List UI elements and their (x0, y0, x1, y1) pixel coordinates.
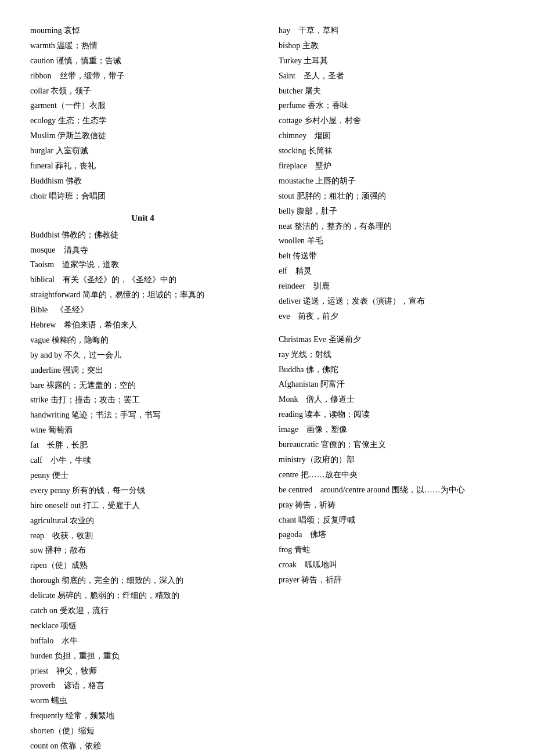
list-item: butcher 屠夫 (279, 84, 504, 99)
list-item: penny 便士 (30, 468, 255, 483)
list-item: handwriting 笔迹；书法；手写，书写 (30, 408, 255, 423)
list-item: stocking 长筒袜 (279, 143, 504, 159)
list-item: woollen 羊毛 (279, 233, 504, 249)
list-item: be centred around/centre around 围绕，以……为中… (279, 483, 504, 498)
list-item: Saint 圣人，圣者 (279, 69, 504, 84)
list-item: strike 击打；撞击；攻击；罢工 (30, 393, 255, 408)
list-item: Buddha 佛，佛陀 (279, 362, 504, 377)
list-item: bureaucratic 官僚的；官僚主义 (279, 437, 504, 452)
list-item: elf 精灵 (279, 264, 504, 279)
right-column: hay 干草，草料bishop 主教Turkey 土耳其Saint 圣人，圣者b… (267, 23, 504, 754)
list-item: reap 收获，收割 (30, 528, 255, 543)
left-top-vocab: mourning 哀悼warmth 温暖；热情caution 谨慎，慎重；告诫r… (30, 23, 255, 204)
list-item: belly 腹部，肚子 (279, 204, 504, 219)
list-item: calf 小牛，牛犊 (30, 453, 255, 468)
list-item: centre 把……放在中央 (279, 467, 504, 483)
list-item: Buddhism 佛教 (30, 174, 255, 189)
list-item: wine 葡萄酒 (30, 423, 255, 438)
list-item: garment（一件）衣服 (30, 98, 255, 113)
list-item: underline 强调；突出 (30, 363, 255, 378)
list-item: belt 传送带 (279, 249, 504, 264)
list-item: Bible 《圣经》 (30, 303, 255, 318)
list-item: every penny 所有的钱，每一分钱 (30, 483, 255, 498)
list-item: catch on 受欢迎，流行 (30, 603, 255, 618)
list-item: count on 依靠，依赖 (30, 739, 255, 754)
list-item: chant 唱颂；反复呼喊 (279, 513, 504, 528)
list-item: eve 前夜，前夕 (279, 309, 504, 324)
list-item: fireplace 壁炉 (279, 159, 504, 174)
list-item: Turkey 土耳其 (279, 53, 504, 69)
list-item: bishop 主教 (279, 38, 504, 53)
list-item: funeral 葬礼，丧礼 (30, 159, 255, 174)
list-item: mosque 清真寺 (30, 243, 255, 258)
list-item: vague 模糊的，隐晦的 (30, 333, 255, 348)
list-item: warmth 温暖；热情 (30, 38, 255, 53)
list-item: Afghanistan 阿富汗 (279, 377, 504, 392)
list-item: worm 蠕虫 (30, 693, 255, 708)
list-item: bare 裸露的；无遮盖的；空的 (30, 378, 255, 393)
list-item: ripen（使）成熟 (30, 558, 255, 573)
list-item: hay 干草，草料 (279, 23, 504, 38)
left-unit4-vocab: Buddhist 佛教的；佛教徒mosque 清真寺Taoism 道家学说，道教… (30, 228, 255, 754)
list-item: Hebrew 希伯来语，希伯来人 (30, 318, 255, 333)
list-item: Christmas Eve 圣诞前夕 (279, 332, 504, 347)
list-item: prayer 祷告，祈辞 (279, 573, 504, 588)
left-column: mourning 哀悼warmth 温暖；热情caution 谨慎，慎重；告诫r… (30, 23, 267, 754)
list-item: Monk 僧人，修道士 (279, 392, 504, 407)
list-item: delicate 易碎的，脆弱的；纤细的，精致的 (30, 588, 255, 603)
list-item: agricultural 农业的 (30, 513, 255, 528)
list-item: priest 神父，牧师 (30, 664, 255, 679)
list-item: moustache 上唇的胡子 (279, 174, 504, 189)
list-item: burden 负担，重担，重负 (30, 649, 255, 664)
list-item: caution 谨慎，慎重；告诫 (30, 53, 255, 69)
list-item: sow 播种；散布 (30, 543, 255, 558)
list-item: mourning 哀悼 (30, 23, 255, 38)
list-item: fat 长胖，长肥 (30, 438, 255, 453)
right-unit4-vocab: Christmas Eve 圣诞前夕ray 光线；射线Buddha 佛，佛陀Af… (279, 332, 504, 588)
list-item: hire oneself out 打工，受雇于人 (30, 498, 255, 513)
list-item: frog 青蛙 (279, 542, 504, 557)
list-item: ribbon 丝带，缎带，带子 (30, 69, 255, 84)
list-item: reindeer 驯鹿 (279, 279, 504, 294)
list-item: perfume 香水；香味 (279, 98, 504, 113)
unit4-header: Unit 4 (30, 213, 255, 223)
list-item: reading 读本，读物；阅读 (279, 407, 504, 422)
list-item: ecology 生态；生态学 (30, 113, 255, 128)
list-item: pagoda 佛塔 (279, 527, 504, 542)
list-item: Buddhist 佛教的；佛教徒 (30, 228, 255, 243)
list-item: neat 整洁的，整齐的，有条理的 (279, 219, 504, 234)
list-item: thorough 彻底的，完全的；细致的，深入的 (30, 573, 255, 588)
list-item: deliver 递送，运送；发表（演讲），宣布 (279, 294, 504, 309)
list-item: stout 肥胖的；粗壮的；顽强的 (279, 189, 504, 204)
list-item: shorten（使）缩短 (30, 723, 255, 739)
list-item: ray 光线；射线 (279, 347, 504, 362)
list-item: buffalo 水牛 (30, 633, 255, 649)
right-top-vocab: hay 干草，草料bishop 主教Turkey 土耳其Saint 圣人，圣者b… (279, 23, 504, 324)
list-item: burglar 入室窃贼 (30, 143, 255, 159)
list-item: Taoism 道家学说，道教 (30, 257, 255, 272)
list-item: pray 祷告，祈祷 (279, 498, 504, 513)
list-item: straightforward 简单的，易懂的；坦诚的；率真的 (30, 287, 255, 303)
list-item: proverb 谚语，格言 (30, 678, 255, 693)
list-item: biblical 有关《圣经》的，《圣经》中的 (30, 272, 255, 287)
list-item: frequently 经常，频繁地 (30, 708, 255, 723)
list-item: choir 唱诗班；合唱团 (30, 189, 255, 204)
list-item: Muslim 伊斯兰教信徒 (30, 128, 255, 143)
list-item: chimney 烟囱 (279, 128, 504, 143)
list-item: collar 衣领，领子 (30, 84, 255, 99)
list-item: necklace 项链 (30, 618, 255, 633)
list-item: croak 呱呱地叫 (279, 557, 504, 573)
list-item: ministry（政府的）部 (279, 452, 504, 467)
list-item: cottage 乡村小屋，村舍 (279, 113, 504, 128)
list-item: image 画像，塑像 (279, 422, 504, 437)
list-item: by and by 不久，过一会儿 (30, 348, 255, 363)
